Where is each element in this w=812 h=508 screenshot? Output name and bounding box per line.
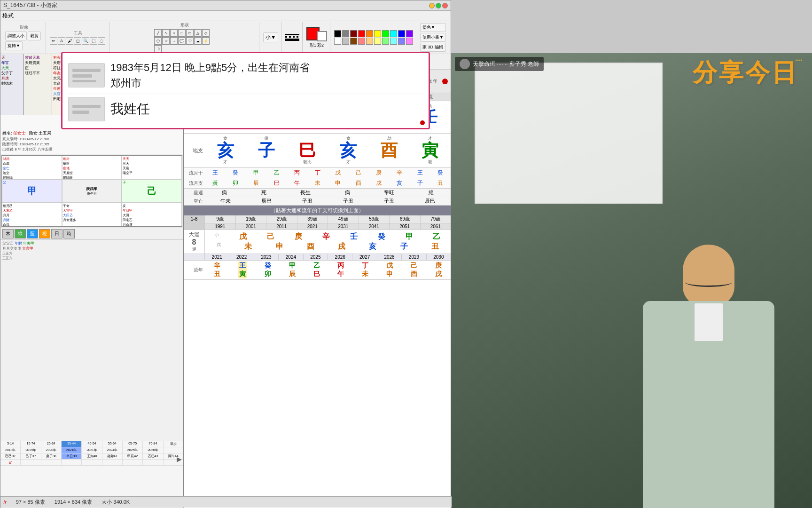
swatch-orange[interactable] — [366, 30, 373, 37]
green-btn[interactable]: 綠 — [15, 229, 26, 238]
swatch-magenta[interactable] — [406, 38, 413, 45]
ln-branch-10[interactable]: 戌 — [435, 270, 442, 278]
solid-line-btn[interactable] — [285, 34, 299, 35]
fill-icon[interactable]: 🖌 — [66, 37, 73, 45]
time-btn[interactable]: 時 — [63, 229, 75, 238]
swatch-white[interactable] — [334, 38, 341, 45]
swatch-silver[interactable] — [342, 38, 349, 45]
ln-stem-10[interactable]: 庚 — [435, 262, 442, 270]
heart-icon[interactable]: ♡ — [186, 37, 194, 45]
swatch-black[interactable] — [334, 30, 341, 37]
swatch-pink[interactable] — [358, 38, 365, 45]
arrow-icon[interactable]: → — [170, 37, 178, 45]
swatch-lightcyan[interactable] — [390, 38, 397, 45]
dy-branch-4[interactable]: 戌 — [338, 242, 345, 252]
timeline-nav-arrow[interactable]: ▶ — [177, 455, 182, 463]
3d-btn[interactable]: 家 3D 編輯 — [420, 43, 446, 52]
dashed-line-btn[interactable] — [285, 36, 299, 38]
lightning-icon[interactable]: ⚡ — [202, 37, 210, 45]
swatch-lightblue[interactable] — [398, 38, 405, 45]
blue-btn[interactable]: 藍 — [27, 229, 38, 238]
3d-edit-btn[interactable]: 使用小畫▼ — [420, 33, 446, 42]
ln-branch-5[interactable]: 巳 — [313, 270, 320, 278]
crop-btn[interactable]: 裁剪 — [28, 32, 41, 40]
swatch-brown[interactable] — [350, 38, 357, 45]
oval-icon[interactable]: ○ — [170, 29, 178, 37]
cloud-icon[interactable]: ☁ — [194, 37, 202, 45]
ln-stem-2[interactable]: 王 — [238, 262, 247, 270]
swatch-peach[interactable] — [366, 38, 373, 45]
callout-icon[interactable]: 💬 — [178, 37, 186, 45]
swatch-gray[interactable] — [342, 30, 349, 37]
select-icon[interactable]: ⬚ — [90, 37, 97, 45]
tl-year-4[interactable]: 2021年 — [62, 447, 82, 453]
dy-branch-3[interactable]: 酉 — [307, 242, 314, 252]
swatch-cyan[interactable] — [390, 30, 397, 37]
ln-branch-2[interactable]: 寅 — [238, 270, 247, 278]
brush-size-btn[interactable]: 小▼ — [263, 32, 278, 42]
maximize-button[interactable] — [436, 3, 441, 8]
dy-stem-4[interactable]: 辛 — [322, 232, 330, 242]
swatch-lightyellow[interactable] — [374, 38, 381, 45]
day-btn[interactable]: 日 — [51, 229, 62, 238]
line-icon[interactable]: ╱ — [154, 29, 162, 37]
dy-stem-1[interactable]: 戊 — [239, 232, 247, 242]
ln-stem-6[interactable]: 丙 — [337, 262, 344, 270]
ln-branch-8[interactable]: 申 — [386, 270, 393, 278]
ln-stem-1[interactable]: 辛 — [214, 262, 220, 270]
ln-branch-6[interactable]: 午 — [337, 270, 344, 278]
swatch-blue[interactable] — [398, 30, 405, 37]
wood-btn[interactable]: 木 — [2, 229, 14, 238]
swatch-yellow[interactable] — [374, 30, 381, 37]
ln-branch-3[interactable]: 卯 — [265, 270, 271, 278]
orange-btn[interactable]: 橙 — [39, 229, 50, 238]
ln-stem-4[interactable]: 甲 — [289, 262, 296, 270]
swatch-green[interactable] — [382, 30, 389, 37]
ln-branch-1[interactable]: 丑 — [214, 270, 220, 278]
lasso-icon[interactable]: ◌ — [98, 37, 105, 45]
ln-branch-4[interactable]: 辰 — [289, 270, 296, 278]
ln-branch-9[interactable]: 酉 — [411, 270, 417, 278]
ln-stem-7[interactable]: 丁 — [362, 262, 368, 270]
text-icon[interactable]: A — [58, 37, 65, 45]
dy-stem-7[interactable]: 甲 — [406, 232, 413, 242]
thick-line-btn[interactable] — [285, 39, 299, 41]
triangle-icon[interactable]: △ — [194, 29, 202, 37]
dy-branch-2[interactable]: 申 — [276, 242, 283, 252]
ln-stem-9[interactable]: 己 — [411, 262, 417, 270]
dy-branch-1[interactable]: 未 — [244, 242, 252, 252]
close-button[interactable] — [442, 3, 448, 8]
timeline-age-4[interactable]: 35-44 — [62, 441, 82, 447]
ln-stem-8[interactable]: 戊 — [386, 262, 393, 270]
swatch-violet[interactable] — [406, 30, 413, 37]
rect-icon[interactable]: □ — [178, 29, 186, 37]
dy-stem-2[interactable]: 己 — [267, 232, 274, 242]
dy-stem-6[interactable]: 癸 — [378, 232, 385, 242]
dy-stem-5[interactable]: 壬 — [350, 232, 358, 242]
resize-btn[interactable]: 調整大小 — [5, 32, 27, 40]
rounded-rect-icon[interactable]: ▭ — [186, 29, 194, 37]
ln-stem-3[interactable]: 癸 — [265, 262, 271, 270]
swatch-red[interactable] — [358, 30, 365, 37]
tl-gz-4[interactable]: 辛丑39 — [62, 453, 82, 459]
star-icon[interactable]: ☆ — [162, 37, 170, 45]
dy-branch-6[interactable]: 子 — [400, 242, 408, 252]
curve-icon[interactable]: ∿ — [162, 29, 170, 37]
swatch-lightgreen[interactable] — [382, 38, 389, 45]
ln-branch-7[interactable]: 未 — [362, 270, 368, 278]
minimize-button[interactable] — [429, 3, 435, 8]
dy-stem-8[interactable]: 乙 — [433, 232, 440, 242]
dy-stem-3[interactable]: 庚 — [295, 232, 302, 242]
rotate-btn[interactable]: 旋轉▼ — [5, 41, 23, 50]
menu-item-format[interactable]: 格式 — [2, 12, 14, 20]
eraser-icon[interactable]: ◻ — [74, 37, 81, 45]
pentagon-icon[interactable]: ⬠ — [154, 37, 162, 45]
color-pick-btn[interactable]: 塗色▼ — [420, 23, 446, 32]
pencil-icon[interactable]: ✏ — [50, 37, 57, 45]
magnify-icon[interactable]: 🔍 — [82, 37, 89, 45]
diamond-icon[interactable]: ◇ — [202, 29, 210, 37]
ln-stem-5[interactable]: 乙 — [313, 262, 320, 270]
dy-branch-7[interactable]: 丑 — [431, 242, 439, 252]
color2-swatch[interactable] — [317, 31, 327, 41]
dy-branch-5[interactable]: 亥 — [369, 242, 376, 252]
